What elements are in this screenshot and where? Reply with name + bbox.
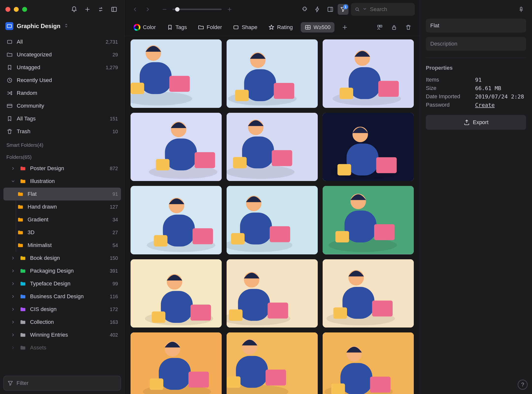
folder-icon	[20, 332, 26, 338]
sidebar-untagged[interactable]: Untagged1,279	[3, 61, 121, 74]
library-name: Graphic Design	[17, 23, 60, 30]
extensions-icon[interactable]	[299, 4, 310, 15]
select-mode-icon[interactable]	[374, 22, 385, 33]
svg-rect-64	[374, 224, 395, 240]
folder-count: 391	[110, 268, 118, 274]
thumbnail[interactable]	[131, 186, 222, 254]
layout-icon[interactable]	[325, 4, 336, 15]
thumbnail[interactable]	[131, 259, 222, 328]
thumbnail[interactable]	[227, 332, 318, 394]
library-selector[interactable]: Graphic Design	[0, 19, 124, 33]
folder-label: Flat	[28, 191, 37, 197]
disclosure-icon[interactable]	[10, 333, 16, 337]
thumbnail[interactable]	[323, 186, 414, 254]
sidebar-alltags[interactable]: All Tags151	[3, 112, 121, 125]
folder-illustration[interactable]: Illustration	[3, 175, 121, 188]
sidebar-community[interactable]: Community	[3, 99, 121, 112]
thumbnail[interactable]	[131, 39, 222, 108]
filter-folder[interactable]: Folder	[195, 22, 225, 33]
minimize-window-button[interactable]	[14, 7, 19, 12]
folder-icon	[20, 280, 26, 287]
lock-icon[interactable]	[389, 22, 399, 33]
folder-poster-design[interactable]: Poster Design872	[3, 162, 121, 175]
thumbnail[interactable]	[227, 259, 318, 328]
sidebar-uncategorized[interactable]: Uncategorized29	[3, 48, 121, 61]
disclosure-icon[interactable]	[10, 166, 16, 171]
close-window-button[interactable]	[5, 7, 10, 12]
zoom-slider[interactable]	[159, 4, 235, 15]
export-button[interactable]: Export	[426, 115, 526, 130]
svg-rect-29	[339, 88, 353, 99]
thumbnail[interactable]	[227, 186, 318, 254]
zoom-minus-icon[interactable]	[159, 4, 170, 15]
disclosure-icon[interactable]	[10, 320, 16, 324]
thumbnail[interactable]	[323, 113, 414, 181]
trash-icon[interactable]	[403, 22, 414, 33]
filter-width-chip[interactable]: W≥500	[301, 22, 335, 33]
zoom-plus-icon[interactable]	[224, 4, 235, 15]
folders-heading[interactable]: Folders(65)	[3, 150, 121, 162]
notifications-icon[interactable]	[69, 4, 79, 14]
subfolder-gradient[interactable]: Gradient34	[3, 213, 121, 226]
disclosure-icon[interactable]	[10, 281, 16, 286]
thumbnail[interactable]	[227, 39, 318, 108]
folder-count: 163	[110, 319, 118, 325]
add-filter-button[interactable]	[339, 22, 350, 33]
nav-back-button[interactable]	[130, 4, 140, 15]
description-field[interactable]: Description	[426, 37, 526, 51]
folder-packaging-design[interactable]: Packaging Design391	[3, 264, 121, 277]
subfolder-hand-drawn[interactable]: Hand drawn127	[3, 200, 121, 213]
folder-cis-design[interactable]: CIS design172	[3, 303, 121, 316]
add-icon[interactable]	[83, 4, 92, 14]
disclosure-icon[interactable]	[10, 307, 16, 312]
sidebar-all[interactable]: All2,731	[3, 35, 121, 48]
disclosure-icon[interactable]	[10, 294, 16, 299]
thumbnail[interactable]	[227, 113, 318, 181]
thumbnail[interactable]	[131, 113, 222, 181]
subfolder-minimalist[interactable]: Minimalist54	[3, 239, 121, 252]
thumbnail[interactable]	[131, 332, 222, 394]
folder-business-card-design[interactable]: Business Card Design116	[3, 290, 121, 303]
disclosure-icon[interactable]	[10, 269, 16, 273]
toggle-sidebar-icon[interactable]	[109, 4, 119, 14]
subfolder-3d[interactable]: 3D27	[3, 226, 121, 239]
thumbnail[interactable]	[323, 39, 414, 108]
disclosure-icon[interactable]	[10, 256, 16, 260]
svg-rect-76	[268, 302, 288, 318]
folder-typeface-design[interactable]: Typeface Design99	[3, 277, 121, 290]
sidebar-recent[interactable]: Recently Used	[3, 74, 121, 87]
maximize-window-button[interactable]	[22, 7, 27, 12]
filter-color[interactable]: Color	[131, 22, 159, 33]
help-button[interactable]: ?	[518, 380, 528, 390]
folder-collection[interactable]: Collection163	[3, 316, 121, 328]
nav-forward-button[interactable]	[142, 4, 153, 15]
folder-book-design[interactable]: Book design150	[3, 252, 121, 264]
nav-count: 1,279	[106, 65, 118, 70]
sidebar-trash[interactable]: Trash10	[3, 125, 121, 138]
folder-label: Illustration	[30, 178, 55, 184]
thumbnail[interactable]	[323, 332, 414, 394]
sidebar-filter-input[interactable]: Filter	[3, 376, 121, 391]
search-box[interactable]	[351, 3, 415, 16]
search-input[interactable]	[370, 6, 411, 13]
filter-panel-button[interactable]: 1	[338, 4, 349, 15]
subfolder-flat[interactable]: Flat91	[3, 188, 121, 200]
actions-icon[interactable]	[312, 4, 323, 15]
smart-folders-heading[interactable]: Smart Folders(4)	[3, 138, 121, 150]
disclosure-icon[interactable]	[10, 179, 16, 183]
folder-assets[interactable]: Assets	[3, 341, 121, 354]
filter-tags[interactable]: Tags	[164, 22, 190, 33]
sync-icon[interactable]	[96, 4, 106, 14]
folder-title-field[interactable]: Flat	[426, 19, 526, 33]
svg-rect-59	[231, 233, 245, 244]
disclosure-icon[interactable]	[10, 345, 16, 350]
pin-icon[interactable]	[516, 4, 526, 14]
folder-winning-entries[interactable]: Winning Entries402	[3, 328, 121, 341]
prop-value[interactable]: Create	[475, 102, 495, 108]
filter-rating[interactable]: Rating	[265, 22, 296, 33]
prop-password[interactable]: PasswordCreate	[426, 101, 526, 109]
svg-rect-65	[335, 231, 349, 242]
sidebar-random[interactable]: Random	[3, 87, 121, 99]
filter-shape[interactable]: Shape	[230, 22, 260, 33]
thumbnail[interactable]	[323, 259, 414, 328]
